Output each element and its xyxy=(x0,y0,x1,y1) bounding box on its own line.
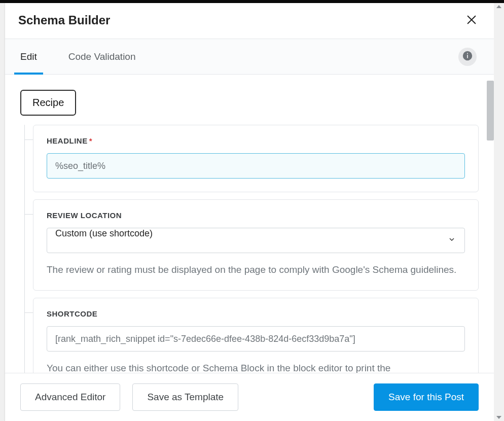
required-asterisk: * xyxy=(89,136,92,145)
schema-type-chip[interactable]: Recipe xyxy=(20,90,76,116)
svg-rect-1 xyxy=(467,55,468,58)
save-for-post-button[interactable]: Save for this Post xyxy=(374,383,479,411)
scroll-up-arrow-icon xyxy=(496,5,501,8)
tab-edit[interactable]: Edit xyxy=(14,39,43,74)
page-scrollbar[interactable] xyxy=(494,3,504,421)
close-button[interactable] xyxy=(462,11,481,29)
inner-scrollbar-thumb[interactable] xyxy=(487,81,494,141)
field-label-text: HEADLINE xyxy=(47,136,88,145)
inner-scroll-area[interactable]: Edit Code Validation Recipe HEADLINE* xyxy=(5,39,494,373)
info-icon xyxy=(462,50,473,63)
field-card-headline: HEADLINE* xyxy=(33,125,479,192)
field-label: HEADLINE* xyxy=(47,136,465,145)
field-label: SHORTCODE xyxy=(47,309,465,318)
shortcode-help: You can either use this shortcode or Sch… xyxy=(47,361,465,373)
close-icon xyxy=(466,14,477,27)
review-location-select-wrap: Custom (use shortcode) xyxy=(47,228,465,253)
review-location-select[interactable]: Custom (use shortcode) xyxy=(47,228,465,253)
field-card-shortcode: SHORTCODE You can either use this shortc… xyxy=(33,298,479,373)
headline-input[interactable] xyxy=(47,153,465,179)
content-area: Recipe HEADLINE* REVIEW LOCATION Custom … xyxy=(5,75,494,373)
info-button[interactable] xyxy=(458,48,477,66)
save-as-template-button[interactable]: Save as Template xyxy=(132,383,238,411)
review-location-help: The review or rating must be displayed o… xyxy=(47,262,465,277)
modal-footer: Advanced Editor Save as Template Save fo… xyxy=(5,373,494,421)
scroll-down-arrow-icon xyxy=(496,416,501,419)
modal-body: Edit Code Validation Recipe HEADLINE* xyxy=(5,39,494,373)
tabs: Edit Code Validation xyxy=(14,39,142,74)
field-card-review-location: REVIEW LOCATION Custom (use shortcode) T… xyxy=(33,199,479,291)
tabs-bar: Edit Code Validation xyxy=(5,39,494,75)
tab-code-validation[interactable]: Code Validation xyxy=(62,39,142,74)
schema-builder-modal: Schema Builder Edit Code Validation xyxy=(5,3,494,421)
shortcode-input[interactable] xyxy=(47,326,465,352)
svg-rect-2 xyxy=(467,53,468,54)
modal-header: Schema Builder xyxy=(5,3,494,39)
fields-tree: HEADLINE* REVIEW LOCATION Custom (use sh… xyxy=(24,125,479,373)
advanced-editor-button[interactable]: Advanced Editor xyxy=(20,383,120,411)
field-label: REVIEW LOCATION xyxy=(47,211,465,220)
modal-title: Schema Builder xyxy=(18,13,110,27)
